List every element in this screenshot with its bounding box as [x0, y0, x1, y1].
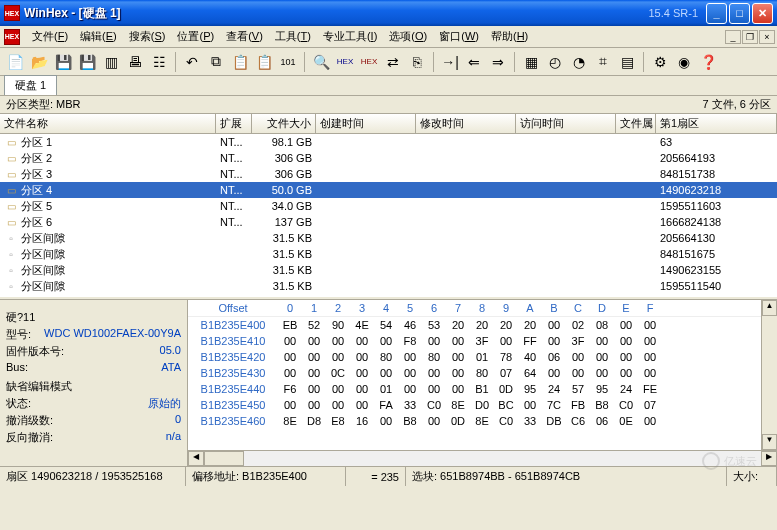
- hex-byte[interactable]: 00: [350, 351, 374, 363]
- hex-byte[interactable]: BC: [494, 399, 518, 411]
- hex-byte[interactable]: 33: [518, 415, 542, 427]
- hex-byte[interactable]: 00: [374, 367, 398, 379]
- table-row[interactable]: ▭分区 2NT...306 GB205664193: [0, 150, 777, 166]
- scroll-up-button[interactable]: ▲: [762, 300, 777, 316]
- hex-byte[interactable]: 3F: [470, 335, 494, 347]
- hex-byte[interactable]: 00: [638, 319, 662, 331]
- hex-byte[interactable]: DB: [542, 415, 566, 427]
- hex-byte[interactable]: 01: [470, 351, 494, 363]
- hex-byte[interactable]: 00: [302, 335, 326, 347]
- paste-button[interactable]: 📋: [253, 51, 275, 73]
- menu-p[interactable]: 位置(P): [171, 27, 220, 46]
- open-ram-button[interactable]: ▥: [100, 51, 122, 73]
- menu-v[interactable]: 查看(V): [220, 27, 269, 46]
- hex-byte[interactable]: 00: [350, 335, 374, 347]
- hex-row[interactable]: B1B235E4608ED8E81600B8000D8EC033DBC6060E…: [188, 413, 777, 429]
- replace-button[interactable]: ⇄: [382, 51, 404, 73]
- hex-hscrollbar[interactable]: ◀ ▶: [188, 450, 777, 466]
- table-row[interactable]: ▫分区间隙31.5 KB1595511540: [0, 278, 777, 294]
- new-button[interactable]: 📄: [4, 51, 26, 73]
- hex-byte[interactable]: 00: [398, 367, 422, 379]
- menu-f[interactable]: 文件(F): [26, 27, 74, 46]
- hex-byte[interactable]: 00: [278, 367, 302, 379]
- open-disk-button[interactable]: 💾: [52, 51, 74, 73]
- mdi-minimize-button[interactable]: _: [725, 30, 741, 44]
- hex-byte[interactable]: C0: [614, 399, 638, 411]
- hex-byte[interactable]: 00: [350, 399, 374, 411]
- hex-byte[interactable]: 00: [422, 335, 446, 347]
- hex-byte[interactable]: 07: [638, 399, 662, 411]
- hex-vscrollbar[interactable]: ▲ ▼: [761, 300, 777, 450]
- hex-byte[interactable]: 00: [302, 367, 326, 379]
- hex-byte[interactable]: E8: [326, 415, 350, 427]
- hex-byte[interactable]: 00: [638, 367, 662, 379]
- hex-byte[interactable]: 16: [350, 415, 374, 427]
- clipboard-button[interactable]: 📋: [229, 51, 251, 73]
- hex-byte[interactable]: C0: [494, 415, 518, 427]
- find-hex-button[interactable]: HEX: [334, 51, 356, 73]
- table-row[interactable]: ▭分区 1NT...98.1 GB63: [0, 134, 777, 150]
- hex-row[interactable]: B1B235E440F600000001000000B10D9524579524…: [188, 381, 777, 397]
- hex-byte[interactable]: C0: [422, 399, 446, 411]
- hex-byte[interactable]: 00: [494, 335, 518, 347]
- hex-byte[interactable]: 54: [374, 319, 398, 331]
- hex-byte[interactable]: 06: [590, 415, 614, 427]
- menu-o[interactable]: 选项(O): [383, 27, 433, 46]
- hex-byte[interactable]: 80: [470, 367, 494, 379]
- hex-byte[interactable]: D0: [470, 399, 494, 411]
- hex-byte[interactable]: FF: [518, 335, 542, 347]
- hex-byte[interactable]: B1: [470, 383, 494, 395]
- hex-byte[interactable]: 00: [278, 399, 302, 411]
- hex-byte[interactable]: 00: [590, 367, 614, 379]
- mdi-restore-button[interactable]: ❐: [742, 30, 758, 44]
- hex-byte[interactable]: 00: [302, 351, 326, 363]
- hex-byte[interactable]: 20: [518, 319, 542, 331]
- hex-byte[interactable]: 8E: [278, 415, 302, 427]
- hex-byte[interactable]: 00: [542, 367, 566, 379]
- hex-byte[interactable]: 00: [350, 367, 374, 379]
- col-attr[interactable]: 文件属: [616, 114, 656, 133]
- hex-byte[interactable]: 53: [422, 319, 446, 331]
- hex-byte[interactable]: C6: [566, 415, 590, 427]
- hex-byte[interactable]: 00: [278, 335, 302, 347]
- hex-byte[interactable]: 00: [374, 335, 398, 347]
- hex-byte[interactable]: 0D: [494, 383, 518, 395]
- col-mtime[interactable]: 修改时间: [416, 114, 516, 133]
- hex-byte[interactable]: 00: [590, 351, 614, 363]
- hex-byte[interactable]: 02: [566, 319, 590, 331]
- menu-h[interactable]: 帮助(H): [485, 27, 534, 46]
- hex-byte[interactable]: 00: [638, 415, 662, 427]
- scroll-thumb[interactable]: [204, 451, 244, 466]
- hex-byte[interactable]: 80: [422, 351, 446, 363]
- menu-w[interactable]: 窗口(W): [433, 27, 485, 46]
- col-atime[interactable]: 访问时间: [516, 114, 616, 133]
- hex-byte[interactable]: 00: [326, 383, 350, 395]
- hex-byte[interactable]: D8: [302, 415, 326, 427]
- hex-byte[interactable]: 00: [614, 367, 638, 379]
- refresh-button[interactable]: ◉: [673, 51, 695, 73]
- disk-tab[interactable]: 硬盘 1: [4, 75, 57, 95]
- scroll-right-button[interactable]: ▶: [761, 451, 777, 466]
- hex-byte[interactable]: 00: [302, 399, 326, 411]
- hex-byte[interactable]: 01: [374, 383, 398, 395]
- hex-byte[interactable]: 00: [614, 335, 638, 347]
- hex-byte[interactable]: 00: [374, 415, 398, 427]
- minimize-button[interactable]: _: [706, 3, 727, 24]
- properties-button[interactable]: ☷: [148, 51, 170, 73]
- table-row[interactable]: ▫分区间隙31.5 KB848151675: [0, 246, 777, 262]
- scroll-left-button[interactable]: ◀: [188, 451, 204, 466]
- hex-byte[interactable]: 00: [326, 335, 350, 347]
- print-button[interactable]: 🖶: [124, 51, 146, 73]
- menu-i[interactable]: 专业工具(I): [317, 27, 383, 46]
- hex-byte[interactable]: 00: [422, 415, 446, 427]
- go-back-button[interactable]: →|: [439, 51, 461, 73]
- table-row[interactable]: ▭分区 3NT...306 GB848151738: [0, 166, 777, 182]
- hex-byte[interactable]: 57: [566, 383, 590, 395]
- hex-byte[interactable]: 00: [638, 335, 662, 347]
- hex-byte[interactable]: 00: [518, 399, 542, 411]
- hex-byte[interactable]: 52: [302, 319, 326, 331]
- tool-button[interactable]: ⌗: [592, 51, 614, 73]
- menu-t[interactable]: 工具(T): [269, 27, 317, 46]
- hex-byte[interactable]: B8: [398, 415, 422, 427]
- hex-byte[interactable]: 00: [278, 351, 302, 363]
